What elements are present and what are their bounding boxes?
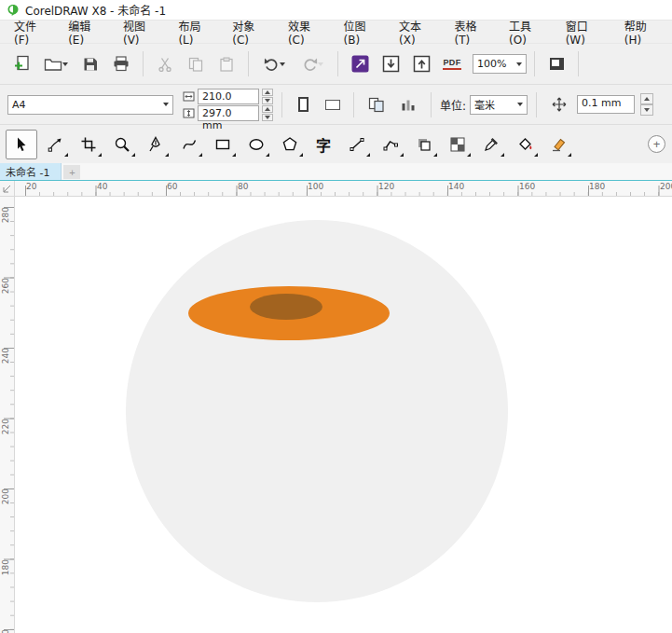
polygon-tool[interactable] — [274, 130, 306, 159]
redo-button[interactable] — [295, 50, 330, 78]
current-page-button[interactable] — [394, 90, 422, 118]
nudge-increase-button[interactable] — [640, 93, 653, 104]
paste-button[interactable] — [213, 50, 240, 78]
line-tool[interactable] — [341, 130, 373, 159]
vertical-ruler[interactable]: 280 260 240 220 200 180 160 — [0, 197, 15, 633]
page-height-decrease-button[interactable] — [262, 114, 273, 121]
fullscreen-preview-button[interactable] — [542, 50, 570, 78]
redo-dropdown-caret-icon[interactable] — [318, 62, 323, 66]
page-height-input[interactable]: 297.0 mm — [198, 105, 259, 121]
menu-item-layout[interactable]: 布局(L) — [170, 14, 224, 50]
menu-item-bitmaps[interactable]: 位图(B) — [336, 14, 391, 50]
menu-item-help[interactable]: 帮助(H) — [616, 14, 672, 50]
landscape-icon — [325, 100, 340, 110]
units-select[interactable]: 毫米 — [470, 95, 528, 115]
crop-tool[interactable] — [73, 130, 104, 159]
copy-button[interactable] — [182, 50, 210, 78]
drop-shadow-icon — [416, 136, 432, 153]
horizontal-ruler[interactable]: 20 40 60 80 100 120 140 160 180 200 — [15, 181, 672, 197]
pick-tool[interactable] — [6, 130, 37, 159]
new-page-tab-button[interactable]: + — [63, 165, 80, 179]
ruler-origin-button[interactable] — [0, 181, 15, 197]
page-size-select[interactable]: A4 — [7, 95, 173, 115]
import-icon — [382, 55, 400, 73]
menu-item-window[interactable]: 窗口(W) — [557, 14, 616, 50]
undo-dropdown-caret-icon[interactable] — [280, 62, 285, 66]
cut-button[interactable] — [151, 50, 179, 78]
page-height-increase-button[interactable] — [262, 105, 273, 113]
cut-icon — [158, 57, 172, 72]
portrait-orientation-button[interactable] — [291, 92, 316, 117]
units-label: 单位: — [440, 97, 466, 113]
undo-button[interactable] — [256, 50, 292, 78]
toolbox: 字 + — [0, 124, 672, 163]
page-width-input[interactable]: 210.0 mm — [198, 89, 259, 104]
customize-toolbox-button[interactable]: + — [648, 135, 665, 153]
menu-item-tools[interactable]: 工具(O) — [501, 14, 557, 50]
hruler-label: 120 — [378, 182, 394, 191]
menu-item-view[interactable]: 视图(V) — [115, 14, 170, 50]
zoom-dropdown-caret-icon[interactable] — [516, 62, 522, 66]
ellipse-tool[interactable] — [240, 130, 272, 159]
down-arrow-icon — [265, 99, 270, 103]
nudge-distance-input[interactable]: 0.1 mm — [577, 95, 635, 114]
open-document-button[interactable] — [38, 50, 74, 78]
nudge-offset-icon — [552, 97, 567, 112]
portrait-icon — [298, 97, 309, 112]
separator — [337, 51, 338, 76]
units-caret-icon[interactable] — [517, 103, 523, 106]
publish-to-pdf-button[interactable]: PDF — [438, 50, 466, 78]
zoom-level-select[interactable]: 100% — [473, 54, 527, 74]
drawn-inner-ellipse-shape[interactable] — [250, 294, 322, 320]
open-dropdown-caret-icon[interactable] — [62, 62, 68, 66]
save-button[interactable] — [76, 50, 104, 78]
page-size-value: A4 — [12, 99, 159, 111]
vruler-label: 240 — [1, 348, 10, 364]
menu-item-file[interactable]: 文件(F) — [6, 14, 60, 50]
transparency-tool[interactable] — [442, 130, 473, 159]
page-width-increase-button[interactable] — [262, 89, 273, 96]
import-button[interactable] — [377, 50, 405, 78]
connector-icon — [382, 136, 399, 153]
hruler-label: 180 — [589, 182, 605, 191]
zoom-level-value: 100% — [477, 58, 513, 70]
menu-item-effects[interactable]: 效果(C) — [280, 14, 336, 50]
new-document-button[interactable] — [7, 50, 35, 78]
page-width-decrease-button[interactable] — [262, 97, 273, 104]
crop-icon — [80, 136, 97, 153]
curve-tool[interactable] — [173, 130, 205, 159]
zoom-tool[interactable] — [106, 130, 138, 159]
eyedropper-tool[interactable] — [475, 130, 507, 159]
rectangle-tool[interactable] — [207, 130, 239, 159]
checkerboard-icon — [449, 136, 466, 153]
menu-item-text[interactable]: 文本(X) — [391, 14, 446, 50]
drawing-area[interactable] — [15, 197, 672, 633]
nudge-offset-button[interactable] — [545, 90, 573, 118]
smart-fill-tool[interactable] — [509, 130, 541, 159]
nudge-decrease-button[interactable] — [640, 104, 653, 116]
page-dimensions: 210.0 mm 297.0 mm — [183, 89, 273, 121]
line-icon — [349, 136, 365, 153]
print-button[interactable] — [107, 50, 135, 78]
menu-item-object[interactable]: 对象(C) — [224, 14, 280, 50]
text-tool[interactable]: 字 — [308, 130, 339, 159]
menu-item-table[interactable]: 表格(T) — [446, 14, 501, 50]
page-size-caret-icon[interactable] — [163, 103, 169, 106]
landscape-orientation-button[interactable] — [320, 92, 345, 117]
ellipse-icon — [248, 136, 265, 153]
shape-tool[interactable] — [39, 130, 71, 159]
connector-tool[interactable] — [375, 130, 406, 159]
drop-shadow-tool[interactable] — [408, 130, 440, 159]
document-tab-active[interactable]: 未命名 -1 — [0, 163, 62, 180]
export-button[interactable] — [407, 50, 435, 78]
page-height-icon — [183, 108, 195, 118]
eraser-tool[interactable] — [542, 130, 574, 159]
drawing-canvas[interactable] — [15, 197, 672, 633]
launch-button[interactable] — [346, 50, 374, 78]
print-icon — [113, 56, 130, 72]
menu-item-edit[interactable]: 编辑(E) — [60, 14, 115, 50]
shape-tool-icon — [47, 136, 63, 153]
drawn-circle-shape[interactable] — [126, 220, 508, 602]
freehand-tool[interactable] — [140, 130, 171, 159]
all-pages-button[interactable] — [363, 90, 391, 118]
